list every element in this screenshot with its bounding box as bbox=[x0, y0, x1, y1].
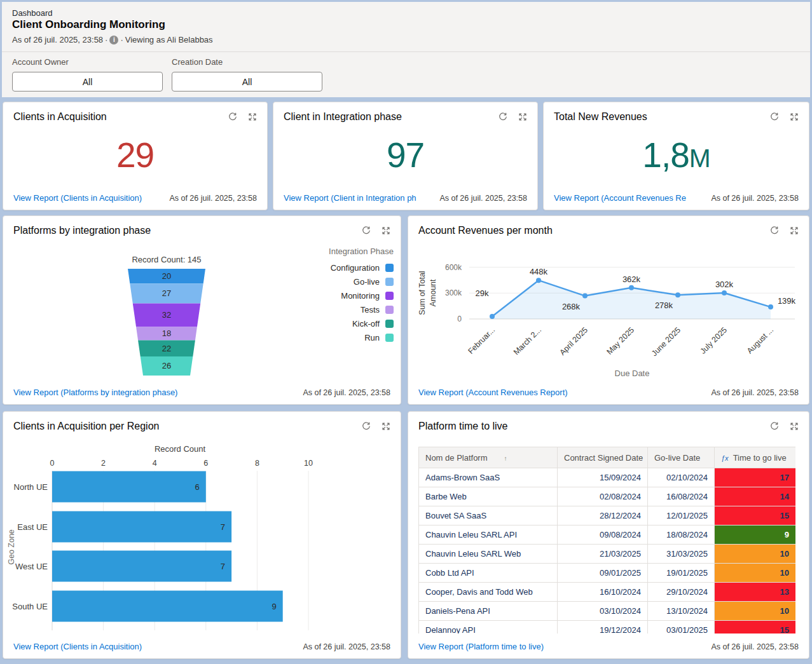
time-to-go-live-cell: 9 bbox=[715, 525, 796, 545]
contract-signed-date-cell: 09/01/2025 bbox=[558, 564, 648, 583]
table-row: Cobb Ltd API09/01/202519/01/202510 bbox=[419, 564, 796, 583]
data-point-label: 29k bbox=[476, 288, 489, 298]
legend-item-label: Configuration bbox=[331, 263, 380, 273]
data-point-April 2025 bbox=[582, 294, 588, 299]
expand-icon[interactable] bbox=[789, 112, 799, 122]
formula-icon: ƒx bbox=[721, 454, 729, 462]
kpi-unit: M bbox=[689, 144, 710, 173]
filter-account-owner: Account Owner All bbox=[12, 57, 163, 91]
expand-icon[interactable] bbox=[789, 421, 799, 431]
x-axis-title: Due Date bbox=[615, 369, 650, 378]
contract-signed-date-cell: 15/09/2024 bbox=[558, 468, 648, 487]
legend-item-run[interactable]: Run bbox=[364, 330, 394, 344]
legend-item-label: Run bbox=[364, 333, 380, 342]
as-of-row: As of 26 juil. 2025, 23:58 · i · Viewing… bbox=[12, 35, 800, 44]
kpi-card-clients-integration: Client in Integration phase 97 View Repo… bbox=[273, 102, 538, 210]
legend-item-configuration[interactable]: Configuration bbox=[331, 261, 394, 274]
view-report-link[interactable]: View Report (Platforms by integration ph… bbox=[13, 388, 177, 397]
card-actions bbox=[361, 226, 391, 236]
dot-separator: · bbox=[105, 35, 107, 44]
time-to-live-table: Nom de Platform↑ Contract Signed Date Go… bbox=[418, 447, 795, 634]
expand-icon[interactable] bbox=[518, 112, 528, 122]
platform-name-link[interactable]: Delannoy API bbox=[419, 621, 558, 634]
refresh-icon[interactable] bbox=[228, 112, 238, 122]
refresh-icon[interactable] bbox=[769, 421, 780, 431]
filter-creation-date: Creation Date All bbox=[172, 57, 322, 91]
y-axis-category-label: North UE bbox=[14, 482, 48, 492]
funnel-segment-value: 22 bbox=[162, 344, 171, 353]
time-to-go-live-cell: 10 bbox=[715, 545, 796, 564]
contract-signed-date-cell: 02/08/2024 bbox=[558, 487, 648, 506]
legend-item-label: Go-live bbox=[354, 277, 380, 287]
bar-value-label: 7 bbox=[221, 522, 225, 532]
platform-name-link[interactable]: Bouvet SA SaaS bbox=[419, 506, 558, 525]
y-axis-tick-label: 300k bbox=[445, 288, 462, 297]
platform-name-link[interactable]: Cobb Ltd API bbox=[419, 564, 558, 583]
expand-icon[interactable] bbox=[381, 226, 391, 236]
card-actions bbox=[769, 421, 799, 431]
bar-west-ue bbox=[52, 551, 231, 582]
table-row: Barbe Web02/08/202416/08/202414 bbox=[419, 487, 796, 506]
view-report-link[interactable]: View Report (Account Revenues Report) bbox=[418, 388, 568, 397]
time-to-live-table-wrap: Nom de Platform↑ Contract Signed Date Go… bbox=[418, 447, 795, 634]
legend-item-swatch bbox=[385, 334, 394, 342]
x-axis-tick-label: April 2025 bbox=[558, 325, 589, 357]
refresh-icon[interactable] bbox=[769, 112, 780, 122]
bar-value-label: 6 bbox=[195, 482, 200, 492]
platform-name-link[interactable]: Cooper, Davis and Todd Web bbox=[419, 583, 558, 602]
data-point-label: 139k bbox=[778, 296, 796, 306]
platform-name-link[interactable]: Adams-Brown SaaS bbox=[419, 468, 558, 487]
platform-name-link[interactable]: Chauvin Leleu SARL API bbox=[419, 525, 558, 545]
legend-item-kick-off[interactable]: Kick-off bbox=[352, 316, 394, 330]
view-report-link[interactable]: View Report (Client in Integration ph bbox=[284, 193, 416, 203]
breadcrumb: Dashboard bbox=[12, 8, 800, 18]
platform-name-link[interactable]: Barbe Web bbox=[419, 487, 558, 506]
view-report-link[interactable]: View Report (Clients in Acquisition) bbox=[13, 193, 142, 203]
legend-item-go-live[interactable]: Go-live bbox=[354, 274, 394, 288]
golive-date-cell: 02/10/2024 bbox=[648, 468, 715, 487]
table-row: Cooper, Davis and Todd Web16/10/202429/1… bbox=[419, 583, 796, 602]
y-axis-tick-label: 0 bbox=[457, 315, 462, 323]
filter-account-owner-combobox[interactable]: All bbox=[12, 72, 163, 91]
data-point-label: 278k bbox=[655, 301, 673, 310]
platform-name-link[interactable]: Daniels-Pena API bbox=[419, 602, 558, 621]
filter-creation-date-combobox[interactable]: All bbox=[172, 72, 322, 91]
golive-date-cell: 19/01/2025 bbox=[648, 564, 715, 583]
sort-ascending-icon: ↑ bbox=[504, 455, 507, 462]
legend-item-tests[interactable]: Tests bbox=[361, 302, 394, 316]
x-axis-tick-label: 4 bbox=[153, 459, 157, 468]
golive-date-cell: 12/01/2025 bbox=[648, 506, 715, 525]
column-header-golive-date[interactable]: Go-live Date bbox=[648, 447, 715, 468]
golive-date-cell: 03/01/2025 bbox=[648, 621, 715, 634]
filter-creation-date-label: Creation Date bbox=[172, 57, 322, 67]
legend-title: Integration Phase bbox=[329, 247, 394, 256]
time-to-go-live-cell: 14 bbox=[715, 487, 796, 506]
view-report-link[interactable]: View Report (Platform time to live) bbox=[418, 642, 544, 651]
y-axis-category-label: South UE bbox=[12, 602, 48, 611]
contract-signed-date-cell: 03/10/2024 bbox=[558, 602, 648, 621]
table-row: Daniels-Pena API03/10/202413/10/202410 bbox=[419, 602, 796, 621]
table-row: Chauvin Leleu SARL Web21/03/202531/03/20… bbox=[419, 545, 796, 564]
y-axis-title: Sum of Total bbox=[418, 271, 427, 315]
view-report-link[interactable]: View Report (Account Revenues Re bbox=[554, 193, 686, 203]
expand-icon[interactable] bbox=[247, 112, 258, 122]
legend-item-label: Kick-off bbox=[352, 319, 380, 329]
platform-name-link[interactable]: Chauvin Leleu SARL Web bbox=[419, 545, 558, 564]
funnel-legend: Integration Phase ConfigurationGo-liveMo… bbox=[329, 247, 394, 344]
legend-item-monitoring[interactable]: Monitoring bbox=[341, 288, 394, 302]
kpi-number: 29 bbox=[116, 135, 154, 175]
bar-south-ue bbox=[52, 591, 283, 622]
view-report-link[interactable]: View Report (Clients in Acquisition) bbox=[13, 642, 142, 651]
x-axis-tick-label: 6 bbox=[203, 459, 208, 468]
column-header-contract-signed[interactable]: Contract Signed Date bbox=[558, 447, 648, 468]
column-header-time-to-go-live[interactable]: ƒxTime to go live bbox=[715, 447, 796, 468]
data-point-May 2025 bbox=[629, 285, 634, 290]
info-icon[interactable]: i bbox=[109, 36, 118, 44]
refresh-icon[interactable] bbox=[498, 112, 508, 122]
as-of-text: As of 26 juil. 2025, 23:58 bbox=[12, 35, 103, 44]
column-header-platform-name[interactable]: Nom de Platform↑ bbox=[419, 447, 558, 468]
x-axis-tick-label: August ... bbox=[745, 325, 775, 355]
data-point-label: 448k bbox=[530, 267, 548, 276]
funnel-chart-card: Platforms by integration phase Record Co… bbox=[3, 215, 401, 405]
refresh-icon[interactable] bbox=[361, 226, 371, 236]
